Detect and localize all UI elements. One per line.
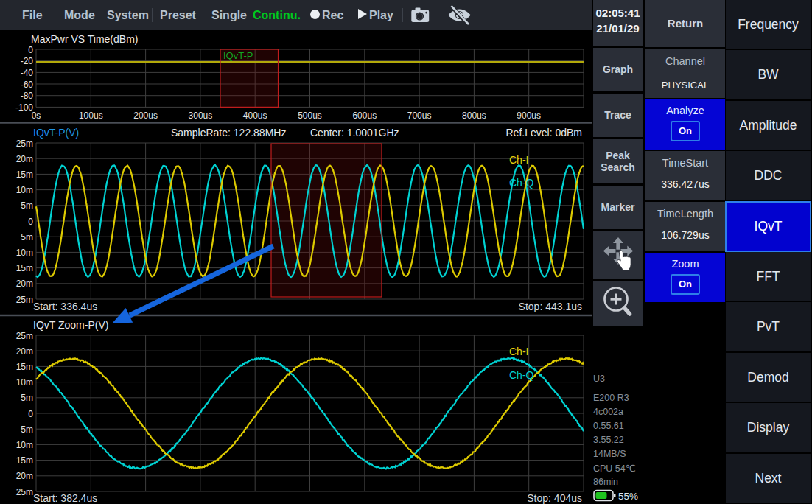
svg-text:15m: 15m <box>16 455 33 466</box>
svg-text:0: 0 <box>28 45 33 55</box>
svg-text:10m: 10m <box>16 185 33 195</box>
svg-text:400us: 400us <box>243 111 267 121</box>
svg-text:25m: 25m <box>16 487 33 497</box>
svg-text:-40: -40 <box>21 68 34 78</box>
svg-text:Stop: 404us: Stop: 404us <box>527 492 582 504</box>
svg-text:IQvT-P: IQvT-P <box>223 50 253 61</box>
svg-text:25m: 25m <box>16 295 33 305</box>
svg-text:800us: 800us <box>462 111 486 121</box>
svg-text:IQvT-P(V): IQvT-P(V) <box>33 127 79 139</box>
svg-text:25m: 25m <box>16 139 33 149</box>
svg-text:Stop: 443.1us: Stop: 443.1us <box>519 301 582 312</box>
svg-text:900us: 900us <box>517 111 541 121</box>
svg-text:Ref.Level: 0dBm: Ref.Level: 0dBm <box>506 127 583 139</box>
svg-text:Start: 336.4us: Start: 336.4us <box>33 301 97 312</box>
svg-text:600us: 600us <box>352 111 377 121</box>
svg-text:Ch-I: Ch-I <box>509 346 528 357</box>
svg-text:0: 0 <box>28 409 33 419</box>
svg-text:5m: 5m <box>21 232 33 242</box>
svg-text:20m: 20m <box>16 346 33 357</box>
svg-text:0s: 0s <box>32 111 41 121</box>
svg-text:15m: 15m <box>16 263 33 273</box>
svg-text:0: 0 <box>28 217 33 227</box>
svg-text:200us: 200us <box>133 111 158 121</box>
svg-text:-80: -80 <box>21 91 34 101</box>
svg-text:100us: 100us <box>79 111 103 121</box>
svg-text:500us: 500us <box>298 111 322 121</box>
svg-text:20m: 20m <box>16 471 33 481</box>
svg-text:700us: 700us <box>407 111 432 121</box>
svg-text:Ch-I: Ch-I <box>509 154 528 166</box>
svg-text:300us: 300us <box>189 111 213 121</box>
svg-text:IQvT Zoom-P(V): IQvT Zoom-P(V) <box>33 319 108 331</box>
svg-text:-100: -100 <box>15 102 33 113</box>
svg-text:10m: 10m <box>16 248 33 258</box>
svg-text:-60: -60 <box>21 80 34 90</box>
svg-text:20m: 20m <box>16 154 33 164</box>
svg-text:MaxPwr VS Time(dBm): MaxPwr VS Time(dBm) <box>31 33 138 45</box>
svg-text:20m: 20m <box>16 279 33 289</box>
svg-text:15m: 15m <box>16 362 33 372</box>
svg-text:5m: 5m <box>21 424 33 435</box>
svg-text:Ch-Q: Ch-Q <box>509 177 534 189</box>
svg-text:Start: 382.4us: Start: 382.4us <box>33 492 97 504</box>
svg-text:5m: 5m <box>21 393 33 403</box>
svg-text:10m: 10m <box>16 377 33 388</box>
svg-text:55%: 55% <box>618 491 638 502</box>
svg-text:-20: -20 <box>21 56 34 66</box>
svg-text:10m: 10m <box>16 440 33 450</box>
svg-text:15m: 15m <box>16 169 33 180</box>
svg-text:SampleRate: 122.88MHz: SampleRate: 122.88MHz <box>171 127 286 139</box>
svg-text:Ch-Q: Ch-Q <box>509 369 534 381</box>
svg-text:5m: 5m <box>21 200 33 211</box>
svg-text:Center: 1.0001GHz: Center: 1.0001GHz <box>310 127 399 139</box>
svg-text:25m: 25m <box>16 331 33 341</box>
